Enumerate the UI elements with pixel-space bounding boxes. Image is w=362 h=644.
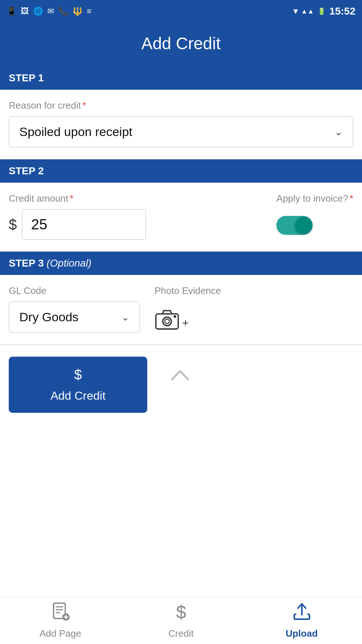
step2-content: Credit amount* $ Apply to invoice?* [0, 183, 362, 252]
svg-text:$: $ [74, 367, 82, 382]
apply-to-invoice-group: Apply to invoice?* [276, 193, 353, 235]
credit-amount-label: Credit amount* [9, 193, 262, 204]
step3-optional: (Optional) [47, 257, 92, 269]
reason-required-marker: * [82, 100, 86, 111]
step1-label: STEP 1 [9, 72, 44, 84]
gmail-icon: ✉ [47, 7, 54, 16]
reason-dropdown[interactable]: Spoiled upon receipt ⌄ [9, 116, 353, 147]
chevron-up-button[interactable] [162, 360, 198, 389]
gl-code-value: Dry Goods [19, 310, 79, 324]
time-display: 15:52 [329, 5, 355, 17]
bottom-nav-add-page-label: Add Page [39, 628, 81, 639]
page-header: Add Credit [0, 23, 362, 66]
gl-code-label: GL Code [9, 285, 140, 296]
chevron-up-icon [169, 368, 191, 382]
bottom-nav: Add Page $ Credit Upload [0, 597, 362, 644]
svg-point-3 [174, 315, 176, 318]
status-icons-right: ▾ ▲▲ 🔋 15:52 [293, 5, 355, 17]
step3-label: STEP 3 [9, 257, 44, 269]
apply-invoice-label: Apply to invoice?* [276, 193, 353, 204]
step3-content: GL Code Dry Goods ⌄ Photo Evidence + [0, 275, 362, 345]
credit-amount-input[interactable] [22, 209, 146, 240]
reason-dropdown-arrow: ⌄ [334, 126, 343, 138]
whatsapp-icon: 📱 [7, 7, 16, 16]
bottom-nav-upload-label: Upload [285, 628, 318, 639]
photo-evidence-button[interactable]: + [155, 308, 189, 331]
wifi-icon: ▾ [293, 7, 297, 16]
status-icons-left: 📱 🖼 🌐 ✉ 📞 🔱 ≡ [7, 7, 92, 16]
bottom-nav-upload[interactable]: Upload [241, 597, 362, 644]
app-icon-5: 🔱 [73, 7, 82, 16]
step2-label: STEP 2 [9, 165, 44, 176]
globe-icon: 🌐 [33, 7, 43, 16]
add-credit-button[interactable]: $ Add Credit [9, 357, 147, 413]
reason-value: Spoiled upon receipt [19, 125, 132, 139]
status-bar: 📱 🖼 🌐 ✉ 📞 🔱 ≡ ▾ ▲▲ 🔋 15:52 [0, 0, 362, 23]
amount-required-marker: * [70, 193, 73, 204]
dollar-symbol: $ [9, 216, 17, 233]
toggle-knob [295, 217, 312, 234]
phone-icon: 📞 [58, 7, 68, 16]
gallery-icon: 🖼 [21, 7, 29, 16]
add-credit-label: Add Credit [50, 389, 105, 403]
step2-header: STEP 2 [0, 159, 362, 183]
credit-amount-group: Credit amount* $ [9, 193, 262, 240]
credit-icon: $ [173, 602, 189, 625]
gl-code-dropdown[interactable]: Dry Goods ⌄ [9, 302, 140, 333]
step3-header: STEP 3 (Optional) [0, 252, 362, 275]
bottom-nav-credit-label: Credit [168, 628, 194, 639]
add-page-icon [51, 602, 70, 625]
signal-icon: ▲▲ [301, 8, 314, 15]
bottom-nav-add-page[interactable]: Add Page [0, 597, 121, 644]
camera-plus-icon: + [182, 317, 189, 329]
svg-point-2 [165, 319, 170, 324]
battery-icon: 🔋 [318, 7, 326, 15]
app-icon-6: ≡ [87, 7, 92, 16]
invoice-required-marker: * [350, 193, 353, 204]
spacer [0, 424, 362, 597]
photo-evidence-group: Photo Evidence + [155, 285, 353, 331]
gl-dropdown-arrow: ⌄ [121, 311, 129, 323]
gl-code-group: GL Code Dry Goods ⌄ [9, 285, 140, 333]
dollar-icon: $ [70, 367, 86, 383]
apply-invoice-toggle[interactable] [276, 216, 313, 235]
step1-header: STEP 1 [0, 66, 362, 90]
add-credit-section: $ Add Credit [0, 345, 362, 424]
add-credit-icon: $ [70, 367, 86, 386]
page-title: Add Credit [141, 34, 221, 53]
photo-evidence-label: Photo Evidence [155, 285, 221, 296]
step1-content: Reason for credit* Spoiled upon receipt … [0, 90, 362, 159]
bottom-nav-credit[interactable]: $ Credit [121, 597, 241, 644]
toggle-track [279, 220, 295, 230]
reason-label: Reason for credit* [9, 100, 353, 111]
upload-icon [292, 602, 312, 625]
svg-point-1 [163, 317, 171, 326]
camera-icon [155, 308, 181, 331]
svg-text:$: $ [176, 602, 186, 621]
